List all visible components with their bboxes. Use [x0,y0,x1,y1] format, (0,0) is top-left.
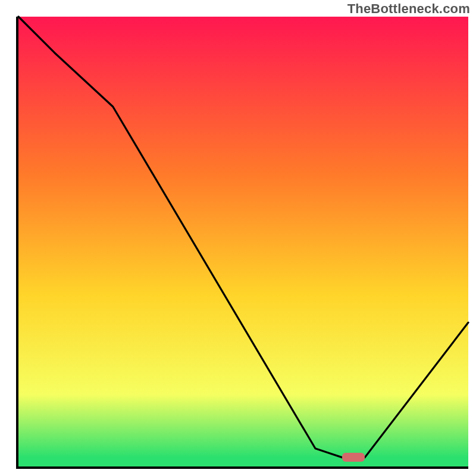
bottleneck-curve [18,17,468,466]
plot-area [16,17,468,469]
optimal-range-marker [342,453,365,462]
chart-root: TheBottleneck.com [0,0,476,476]
watermark-text: TheBottleneck.com [347,1,470,17]
